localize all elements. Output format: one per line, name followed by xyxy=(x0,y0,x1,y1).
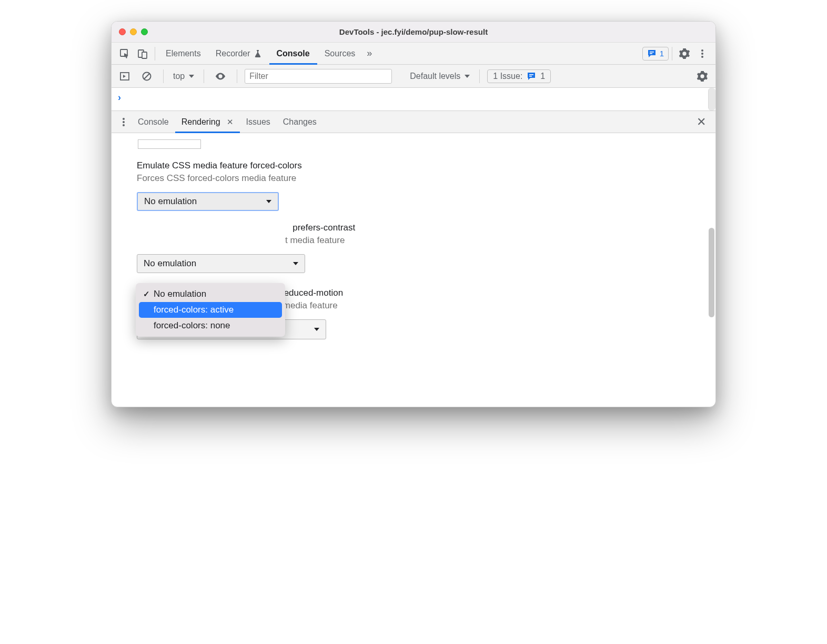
drawer-more-button[interactable] xyxy=(116,117,132,127)
dropdown-option-forced-colors-active[interactable]: forced-colors: active xyxy=(139,302,282,318)
filter-input[interactable] xyxy=(245,69,392,84)
tab-label: Rendering xyxy=(181,117,220,127)
prefers-contrast-select[interactable]: No emulation xyxy=(137,254,305,273)
tab-sources[interactable]: Sources xyxy=(317,43,363,65)
no-sign-icon xyxy=(142,71,152,82)
option-label: forced-colors: none xyxy=(154,320,230,331)
flask-icon xyxy=(254,49,262,58)
context-selector[interactable]: top xyxy=(171,71,196,82)
forced-colors-select[interactable]: No emulation xyxy=(137,192,279,211)
svg-point-6 xyxy=(701,53,703,55)
window-controls xyxy=(119,28,148,35)
svg-point-7 xyxy=(701,56,703,58)
svg-rect-2 xyxy=(142,52,147,58)
message-icon xyxy=(647,49,657,58)
option-label: No emulation xyxy=(154,289,206,299)
chevron-down-icon xyxy=(266,200,271,203)
prompt-icon: › xyxy=(118,92,121,103)
svg-point-14 xyxy=(123,118,125,120)
drawer-tab-rendering[interactable]: Rendering ✕ xyxy=(175,111,240,133)
toggle-sidebar-button[interactable] xyxy=(116,67,134,85)
separator xyxy=(204,69,204,83)
section-forced-colors: Emulate CSS media feature forced-colors … xyxy=(137,160,703,211)
gear-icon xyxy=(679,48,690,59)
log-levels-label: Default levels xyxy=(410,72,460,81)
dropdown-option-forced-colors-none[interactable]: forced-colors: none xyxy=(139,318,282,334)
drawer-tabs: Console Rendering ✕ Issues Changes ✕ xyxy=(112,111,715,133)
dropdown-option-no-emulation[interactable]: ✓ No emulation xyxy=(139,286,282,302)
window-title: DevTools - jec.fyi/demo/pup-slow-result xyxy=(112,27,715,36)
clear-console-button[interactable] xyxy=(138,67,156,85)
chevron-double-right-icon: » xyxy=(367,48,372,58)
sidebar-icon xyxy=(119,71,130,82)
forced-colors-dropdown: ✓ No emulation forced-colors: active for… xyxy=(136,283,285,337)
separator xyxy=(237,69,237,83)
more-tabs-button[interactable]: » xyxy=(362,48,376,59)
svg-point-5 xyxy=(701,49,703,52)
eye-icon xyxy=(215,71,226,82)
scrollbar-stub xyxy=(708,88,715,110)
scrollbar-thumb[interactable] xyxy=(709,228,714,317)
kebab-icon xyxy=(118,117,129,127)
section-desc: Forces CSS forced-colors media feature xyxy=(137,173,703,184)
console-settings-button[interactable] xyxy=(693,67,711,85)
main-toolbar: Elements Recorder Console Sources » 1 xyxy=(112,43,715,65)
tab-recorder[interactable]: Recorder xyxy=(208,43,269,65)
tab-label: Changes xyxy=(283,117,317,127)
device-toolbar-icon[interactable] xyxy=(134,45,152,63)
console-toolbar: top Default levels 1 Issue: 1 xyxy=(112,65,715,88)
rendering-panel: Emulate CSS media feature forced-colors … xyxy=(112,133,715,407)
separator xyxy=(479,69,480,83)
issues-badge[interactable]: 1 xyxy=(642,47,669,61)
console-body[interactable]: › xyxy=(112,88,715,111)
gear-icon xyxy=(697,71,708,82)
close-drawer-button[interactable]: ✕ xyxy=(691,115,711,129)
issues-count: 1 xyxy=(660,49,664,58)
inspect-element-icon[interactable] xyxy=(116,45,134,63)
log-levels-selector[interactable]: Default levels xyxy=(408,71,472,82)
tab-label: Console xyxy=(138,117,169,127)
context-label: top xyxy=(173,72,185,81)
settings-button[interactable] xyxy=(675,45,693,63)
svg-point-16 xyxy=(123,124,125,126)
window-titlebar: DevTools - jec.fyi/demo/pup-slow-result xyxy=(112,22,715,43)
svg-point-15 xyxy=(123,121,125,123)
issues-counter[interactable]: 1 Issue: 1 xyxy=(487,69,551,83)
drawer-tab-issues[interactable]: Issues xyxy=(240,111,277,133)
chevron-down-icon xyxy=(189,75,194,78)
tab-elements[interactable]: Elements xyxy=(158,43,208,65)
issues-label: 1 Issue: xyxy=(493,72,522,81)
svg-rect-4 xyxy=(650,53,652,54)
close-window-button[interactable] xyxy=(119,28,126,35)
minimize-window-button[interactable] xyxy=(130,28,137,35)
svg-rect-12 xyxy=(529,74,533,75)
live-expression-button[interactable] xyxy=(211,67,229,85)
section-title: Emulate CSS media feature forced-colors xyxy=(137,160,703,171)
rendering-scrollbar[interactable] xyxy=(708,133,715,407)
chevron-down-icon xyxy=(293,262,298,265)
message-icon xyxy=(527,72,536,81)
chevron-down-icon xyxy=(314,328,319,331)
chevron-down-icon xyxy=(465,75,470,78)
tab-label: Elements xyxy=(166,49,201,58)
section-desc: t media feature xyxy=(137,235,703,246)
drawer-tab-changes[interactable]: Changes xyxy=(277,111,323,133)
tab-label: Issues xyxy=(246,117,270,127)
tab-console[interactable]: Console xyxy=(269,43,317,65)
select-value: No emulation xyxy=(144,196,197,207)
check-icon: ✓ xyxy=(143,289,150,299)
partial-clipped-select xyxy=(138,139,201,149)
more-menu-button[interactable] xyxy=(693,45,711,63)
kebab-icon xyxy=(697,48,708,59)
svg-point-11 xyxy=(219,75,221,77)
maximize-window-button[interactable] xyxy=(141,28,148,35)
option-label: forced-colors: active xyxy=(154,305,234,315)
drawer-tab-console[interactable]: Console xyxy=(132,111,175,133)
svg-rect-13 xyxy=(529,76,532,77)
separator xyxy=(163,69,164,83)
close-tab-icon[interactable]: ✕ xyxy=(227,117,234,127)
svg-rect-3 xyxy=(650,52,654,53)
section-prefers-contrast: e prefers-contrast t media feature No em… xyxy=(137,223,703,273)
separator xyxy=(672,47,672,61)
tab-label: Sources xyxy=(325,49,356,58)
